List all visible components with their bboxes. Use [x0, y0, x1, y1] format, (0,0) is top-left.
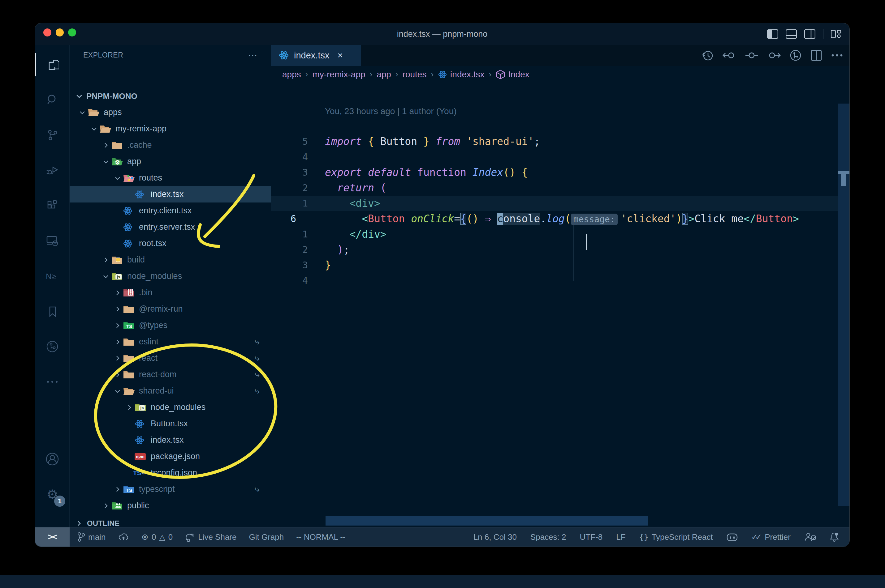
- tree-item-react-dom[interactable]: react-dom ⤷: [70, 366, 271, 383]
- tree-item-@remix-run[interactable]: @remix-run: [70, 301, 271, 317]
- status-git-graph[interactable]: Git Graph: [249, 532, 284, 542]
- tree-item-tsconfig.json[interactable]: TS⚙ tsconfig.json: [70, 465, 271, 481]
- status-sync[interactable]: [118, 532, 129, 542]
- activity-explorer[interactable]: [35, 49, 70, 80]
- status-indentation[interactable]: Spaces: 2: [530, 532, 566, 542]
- tree-item-@types[interactable]: TS @types: [70, 317, 271, 334]
- chevron-down-icon: [112, 174, 123, 182]
- horizontal-scrollbar[interactable]: [325, 516, 648, 525]
- status-live-share[interactable]: Live Share: [185, 532, 236, 542]
- chevron-down-icon: [112, 387, 123, 395]
- customize-layout-icon[interactable]: [831, 29, 841, 39]
- tree-item-public[interactable]: public: [70, 497, 271, 514]
- tree-item-shared-ui[interactable]: shared-ui ⤷: [70, 383, 271, 399]
- toggle-panel-icon[interactable]: [786, 29, 797, 39]
- tree-item-package.json[interactable]: npm package.json: [70, 448, 271, 465]
- tree-item-label: typescript: [139, 484, 175, 494]
- tree-item-build[interactable]: build: [70, 252, 271, 268]
- remote-indicator[interactable]: ><: [35, 527, 70, 547]
- status-vim-mode[interactable]: -- NORMAL --: [296, 532, 345, 542]
- tab-bar: index.tsx ×: [271, 45, 849, 66]
- change-node-icon[interactable]: [745, 50, 759, 61]
- tree-item-eslint[interactable]: eslint ⤷: [70, 334, 271, 350]
- breadcrumb-item[interactable]: app: [376, 69, 391, 80]
- git-graph-circle-icon[interactable]: [789, 49, 802, 62]
- tree-item-.cache[interactable]: .cache: [70, 137, 271, 153]
- tree-item-node_modules[interactable]: js node_modules: [70, 399, 271, 416]
- tree-item-.bin[interactable]: 0110 .bin: [70, 284, 271, 301]
- chevron-right-icon: [101, 142, 111, 149]
- code-editor[interactable]: You, 23 hours ago | 1 author (You) 5impo…: [271, 83, 838, 527]
- breadcrumb-item[interactable]: Index: [496, 69, 530, 80]
- code-line: 4: [271, 258, 838, 273]
- status-prettier[interactable]: ✓✓Prettier: [751, 532, 791, 542]
- tree-item-entry.client.tsx[interactable]: entry.client.tsx: [70, 202, 271, 219]
- close-tab-icon[interactable]: ×: [337, 50, 343, 61]
- next-change-icon[interactable]: [767, 50, 781, 61]
- tree-item-apps[interactable]: apps: [70, 104, 271, 121]
- tree-item-Button.tsx[interactable]: Button.tsx: [70, 416, 271, 432]
- tree-item-app[interactable]: ⚙ app: [70, 153, 271, 170]
- tree-item-label: @types: [139, 321, 167, 330]
- tree-item-entry.server.tsx[interactable]: entry.server.tsx: [70, 219, 271, 235]
- tree-item-routes[interactable]: routes: [70, 170, 271, 186]
- tree-item-label: root.tsx: [139, 238, 167, 248]
- tree-item-label: .bin: [139, 288, 152, 297]
- activity-remote-explorer[interactable]: ><: [35, 225, 70, 256]
- svg-text:N≥: N≥: [46, 272, 56, 281]
- folder-icon: [111, 255, 125, 265]
- status-copilot[interactable]: [727, 532, 738, 542]
- breadcrumb-item[interactable]: routes: [403, 69, 427, 80]
- breadcrumb-item[interactable]: index.tsx: [438, 69, 485, 80]
- workspace-root-item[interactable]: PNPM-MONO: [70, 88, 271, 104]
- timeline-icon[interactable]: [701, 49, 714, 62]
- status-language-mode[interactable]: {}TypeScript React: [639, 532, 713, 542]
- tree-item-index.tsx[interactable]: index.tsx: [70, 186, 271, 202]
- activity-search[interactable]: [35, 84, 70, 115]
- tree-item-index.tsx[interactable]: index.tsx: [70, 432, 271, 448]
- overview-ruler[interactable]: [838, 104, 849, 506]
- tree-item-root.tsx[interactable]: root.tsx: [70, 235, 271, 252]
- code-line: 3export default function Index() {: [271, 149, 838, 165]
- status-problems[interactable]: ⊗0△0: [141, 532, 173, 542]
- folder-icon: js: [135, 402, 148, 413]
- status-encoding[interactable]: UTF-8: [580, 532, 603, 542]
- explorer-more-actions-icon[interactable]: ⋯: [248, 50, 258, 61]
- tree-item-my-remix-app[interactable]: my-remix-app: [70, 121, 271, 137]
- tree-item-react[interactable]: react ⤷: [70, 350, 271, 366]
- breadcrumb-item[interactable]: my-remix-app: [312, 69, 365, 80]
- tree-item-label: Button.tsx: [151, 419, 188, 429]
- chevron-right-icon: [112, 338, 123, 346]
- vscode-window: index.tsx — pnpm-mono ><N≥⚙1 EXPLORER ⋯: [35, 23, 849, 547]
- activity-accounts[interactable]: [35, 444, 70, 474]
- activity-bar: ><N≥⚙1: [35, 45, 70, 527]
- activity-run-debug[interactable]: [35, 155, 70, 186]
- tree-item-typescript[interactable]: TS typescript ⤷: [70, 481, 271, 497]
- toggle-secondary-sidebar-icon[interactable]: [804, 29, 815, 39]
- tab-index-tsx[interactable]: index.tsx ×: [271, 45, 361, 66]
- folder-icon: js: [111, 271, 125, 282]
- status-cursor-position[interactable]: Ln 6, Col 30: [473, 532, 517, 542]
- activity-source-control[interactable]: [35, 120, 70, 150]
- breadcrumb-item[interactable]: apps: [282, 69, 301, 80]
- titlebar-separator: [823, 29, 823, 39]
- chevron-right-icon: [101, 502, 111, 510]
- activity-bookmarks[interactable]: [35, 296, 70, 327]
- more-actions-icon[interactable]: [831, 54, 843, 57]
- symlink-icon: ⤷: [255, 369, 260, 380]
- activity-more-views[interactable]: [35, 366, 70, 397]
- activity-nx-console[interactable]: N≥: [35, 261, 70, 291]
- activity-git-graph[interactable]: [35, 331, 70, 362]
- activity-settings[interactable]: ⚙1: [35, 479, 70, 510]
- prev-change-icon[interactable]: [722, 50, 736, 61]
- folder-icon: ⚙: [111, 156, 125, 167]
- status-feedback[interactable]: [804, 532, 816, 542]
- split-editor-icon[interactable]: [810, 50, 822, 61]
- status-eol[interactable]: LF: [616, 532, 625, 542]
- toggle-primary-sidebar-icon[interactable]: [767, 29, 778, 39]
- react-icon: [135, 189, 148, 200]
- activity-extensions[interactable]: [35, 190, 70, 221]
- status-branch[interactable]: main: [77, 532, 105, 542]
- tree-item-node_modules[interactable]: js node_modules: [70, 268, 271, 284]
- status-notifications[interactable]: [829, 532, 839, 542]
